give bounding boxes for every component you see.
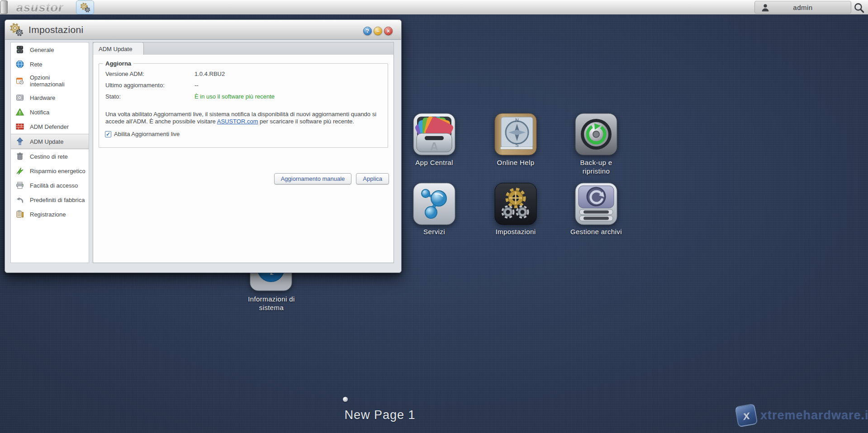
minimize-button[interactable]: –	[374, 27, 382, 35]
window-titlebar[interactable]: Impostazioni ? – ×	[5, 20, 401, 40]
field-label: Stato:	[105, 94, 194, 100]
adm-update-panel: Aggiorna Versione ADM: 1.0.4.RBU2 Ultimo…	[93, 55, 394, 263]
page-indicator-dot[interactable]	[343, 397, 348, 402]
top-bar: asustor admin	[0, 0, 868, 15]
svg-text:N: N	[515, 118, 519, 123]
svg-text:S: S	[515, 142, 518, 148]
sidebar-item-label: Generale	[30, 47, 54, 53]
desktop-icon-servizi[interactable]	[413, 182, 456, 226]
clipboard-pencil-icon	[15, 210, 24, 219]
settings-main: ADM Update Aggiorna Versione ADM: 1.0.4.…	[93, 42, 394, 263]
live-update-checkbox-row[interactable]: ✓ Abilita Aggiornamenti live	[105, 131, 388, 137]
checkbox-label: Abilita Aggiornamenti live	[114, 131, 180, 137]
asustor-link[interactable]: ASUSTOR.com	[217, 118, 258, 125]
sidebar-item-risparmio-energetico[interactable]: Risparmio energetico	[11, 164, 89, 178]
desktop-icon-label: Servizi	[394, 227, 475, 236]
close-button[interactable]: ×	[384, 27, 393, 35]
search-icon[interactable]	[853, 2, 865, 14]
sidebar-item-label: Facilità di accesso	[30, 182, 78, 189]
field-row-stato: Stato: È in uso il software più recente	[105, 94, 388, 100]
sidebar-item-facilita-di-accesso[interactable]: Facilità di accesso	[11, 178, 89, 193]
desktop-icon-label: Gestione archivi	[555, 227, 637, 236]
globe-icon	[15, 60, 24, 69]
desktop-icon-label: Back-up e ripristino	[569, 158, 623, 175]
watermark: x xtremehardware.it	[736, 405, 868, 426]
backup-restore-icon	[574, 113, 618, 156]
sidebar-item-generale[interactable]: Generale	[11, 42, 89, 57]
sidebar-item-label: Rete	[30, 61, 42, 68]
calendar-clock-icon	[15, 76, 24, 85]
sidebar-item-label: Opzioni internazionali	[30, 74, 86, 88]
fieldset-legend: Aggiorna	[103, 60, 133, 67]
user-menu-button[interactable]: admin	[754, 1, 851, 14]
storage-manager-icon	[574, 182, 618, 226]
field-label: Versione ADM:	[105, 71, 194, 77]
warning-triangle-icon	[15, 108, 24, 117]
sidebar-item-label: Registrazione	[30, 211, 66, 218]
desktop-icon-backup[interactable]	[574, 113, 618, 156]
sidebar-item-adm-defender[interactable]: ADM Defender	[11, 119, 89, 134]
watermark-x-logo: x	[735, 404, 758, 428]
trash-icon	[15, 152, 24, 161]
sidebar-item-predefiniti-di-fabbrica[interactable]: Predefiniti di fabbrica	[11, 193, 89, 207]
svg-text:A: A	[430, 140, 439, 153]
window-title: Impostazioni	[28, 24, 84, 35]
app-central-icon: A	[413, 113, 456, 156]
page-label: New Page 1	[326, 408, 434, 422]
field-value: --	[194, 82, 199, 89]
desktop-icon-label: Impostazioni	[475, 227, 556, 236]
asustor-logo: asustor	[16, 0, 64, 15]
username: admin	[793, 4, 812, 11]
apply-button[interactable]: Applica	[356, 173, 389, 184]
sidebar-item-opzioni-internazionali[interactable]: Opzioni internazionali	[11, 71, 89, 90]
update-arrow-icon	[15, 137, 24, 146]
gears-icon	[80, 2, 90, 13]
sidebar-item-cestino-di-rete[interactable]: Cestino di rete	[11, 149, 89, 164]
sidebar-item-adm-update[interactable]: ADM Update	[11, 134, 89, 149]
sidebar-item-registrazione[interactable]: Registrazione	[11, 207, 89, 221]
description-text: per scaricare il software più recente.	[258, 118, 354, 125]
firewall-icon	[15, 122, 24, 131]
sidebar-item-rete[interactable]: Rete	[11, 57, 89, 71]
tab-adm-update[interactable]: ADM Update	[93, 42, 144, 55]
sidebar-item-label: ADM Defender	[30, 123, 69, 130]
status-value: È in uso il software più recente	[194, 94, 275, 100]
field-row-versione: Versione ADM: 1.0.4.RBU2	[105, 71, 388, 77]
desktop-icon-label: App Central	[394, 158, 475, 167]
sidebar-item-label: Risparmio energetico	[30, 168, 85, 174]
checkbox[interactable]: ✓	[105, 131, 111, 137]
sidebar-item-label: Predefiniti di fabbrica	[30, 197, 85, 203]
manual-update-button[interactable]: Aggiornamento manuale	[274, 173, 352, 184]
desktop-icon-gestione-archivi[interactable]	[574, 182, 618, 226]
desktop-icon-impostazioni[interactable]	[494, 182, 537, 226]
panel-handle[interactable]	[0, 0, 8, 14]
printer-icon	[15, 181, 24, 190]
sidebar-item-notifica[interactable]: Notifica	[11, 105, 89, 119]
settings-sidebar: Generale Rete Opzioni	[10, 42, 89, 263]
tab-label: ADM Update	[99, 46, 132, 52]
watermark-text: xtremehardware.it	[760, 409, 868, 423]
undo-arrow-icon	[15, 195, 24, 204]
online-help-icon: N S	[494, 113, 537, 156]
settings-icon	[494, 182, 537, 226]
sidebar-item-label: Cestino di rete	[30, 153, 68, 160]
server-icon	[15, 45, 24, 54]
desktop-icon-app-central[interactable]: A	[413, 113, 456, 156]
services-icon	[413, 182, 456, 226]
sidebar-item-hardware[interactable]: Hardware	[11, 90, 89, 105]
desktop: i Informazioni di sistema A App Central	[0, 0, 868, 433]
user-icon	[760, 3, 770, 13]
desktop-icon-label: Informazioni di sistema	[242, 295, 301, 312]
desktop-icon-label: Online Help	[475, 158, 556, 167]
sidebar-item-label: Notifica	[30, 109, 49, 116]
desktop-icon-online-help[interactable]: N S	[494, 113, 537, 156]
settings-window: Impostazioni ? – × Generale	[5, 19, 402, 273]
field-row-ultimo-aggiornamento: Ultimo aggiornamento: --	[105, 82, 388, 89]
panel-buttons: Aggiornamento manuale Applica	[274, 173, 389, 184]
help-button[interactable]: ?	[363, 27, 372, 35]
field-label: Ultimo aggiornamento:	[105, 82, 194, 89]
aggiorna-fieldset: Aggiorna Versione ADM: 1.0.4.RBU2 Ultimo…	[99, 60, 388, 148]
taskbar-impostazioni-button[interactable]	[76, 0, 94, 14]
lightning-icon	[15, 166, 24, 175]
live-update-description: Una volta abilitato Aggiornamenti live, …	[105, 111, 379, 125]
